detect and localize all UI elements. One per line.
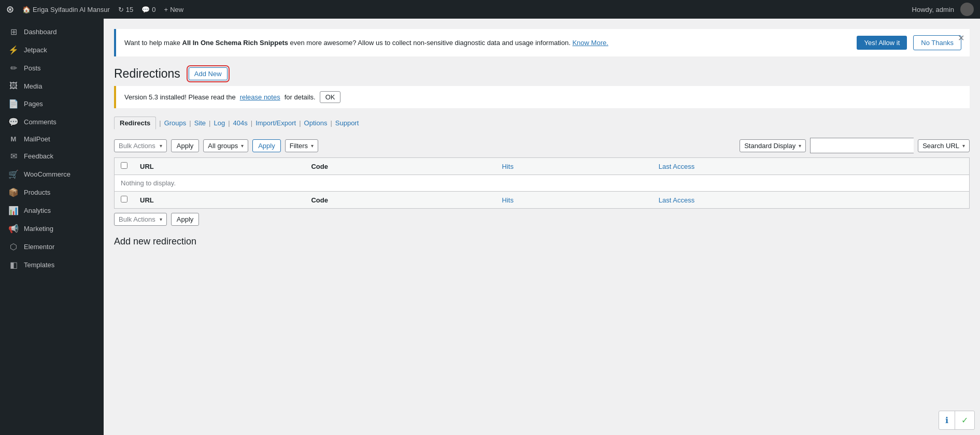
- bottom-right-icons: ℹ ✓: [939, 411, 975, 430]
- sidebar-item-elementor[interactable]: ⬡ Elementor: [0, 238, 104, 256]
- sidebar-label-marketing: Marketing: [24, 225, 53, 233]
- footer-last-access-header[interactable]: Last Access: [652, 192, 970, 209]
- allow-diagnostics-button[interactable]: Yes! Allow it: [857, 36, 907, 50]
- sidebar-item-dashboard[interactable]: ⊞ Dashboard: [0, 23, 104, 41]
- version-notice: Version 5.3 installed! Please read the r…: [114, 86, 970, 108]
- dashboard-icon: ⊞: [8, 27, 19, 37]
- standard-display-dropdown[interactable]: Standard Display ▾: [740, 139, 806, 152]
- notice-text: Want to help make All In One Schema Rich…: [124, 38, 850, 48]
- sidebar-label-jetpack: Jetpack: [24, 46, 47, 54]
- filters-chevron-icon: ▾: [311, 143, 314, 149]
- sidebar-item-feedback[interactable]: ✉ Feedback: [0, 147, 104, 165]
- standard-display-chevron-icon: ▾: [799, 143, 801, 149]
- release-notes-link[interactable]: release notes: [240, 93, 280, 101]
- notice-close-button[interactable]: ✕: [958, 33, 964, 43]
- bottom-bulk-actions-chevron-icon: ▾: [160, 216, 162, 222]
- sidebar-label-posts: Posts: [24, 64, 41, 72]
- tab-redirects[interactable]: Redirects: [114, 117, 156, 129]
- sidebar-item-mailpoet[interactable]: M MailPoet: [0, 131, 104, 147]
- footer-checkbox-cell[interactable]: [115, 192, 134, 209]
- tab-options[interactable]: Options: [304, 117, 328, 129]
- elementor-icon: ⬡: [8, 242, 19, 252]
- select-all-checkbox[interactable]: [121, 162, 127, 169]
- search-url-chevron-icon: ▾: [962, 143, 965, 149]
- mailpoet-icon: M: [8, 135, 19, 143]
- feedback-icon: ✉: [8, 151, 19, 161]
- sidebar-label-media: Media: [24, 82, 42, 90]
- updates-count[interactable]: ↻ 15: [118, 6, 133, 13]
- table-toolbar-top: Bulk Actions ▾ Apply All groups ▾ Apply …: [114, 138, 970, 153]
- sidebar-item-templates[interactable]: ◧ Templates: [0, 256, 104, 274]
- footer-url-header: URL: [134, 192, 305, 209]
- bottom-apply-button[interactable]: Apply: [171, 213, 200, 226]
- empty-message: Nothing to display.: [115, 175, 970, 192]
- version-ok-button[interactable]: OK: [320, 91, 341, 103]
- sidebar-item-pages[interactable]: 📄 Pages: [0, 95, 104, 113]
- footer-select-all-checkbox[interactable]: [121, 196, 127, 202]
- analytics-icon: 📊: [8, 206, 19, 215]
- admin-bar: ⊛ 🏠 Eriga Syifaudin Al Mansur ↻ 15 💬 0 +…: [0, 0, 980, 19]
- last-access-column-header[interactable]: Last Access: [652, 158, 970, 175]
- sidebar-item-analytics[interactable]: 📊 Analytics: [0, 201, 104, 220]
- sidebar-label-products: Products: [24, 189, 50, 196]
- footer-hits-header[interactable]: Hits: [496, 192, 652, 209]
- sidebar-label-mailpoet: MailPoet: [24, 135, 50, 143]
- sidebar-label-dashboard: Dashboard: [24, 28, 57, 36]
- search-url-input[interactable]: [810, 138, 914, 153]
- bulk-apply-button[interactable]: Apply: [171, 139, 200, 152]
- info-icon[interactable]: ℹ: [939, 411, 955, 429]
- sidebar-label-feedback: Feedback: [24, 152, 53, 160]
- jetpack-icon: ⚡: [8, 45, 19, 55]
- all-groups-chevron-icon: ▾: [241, 143, 244, 149]
- sidebar-label-comments: Comments: [24, 118, 56, 126]
- bottom-bulk-actions-dropdown[interactable]: Bulk Actions ▾: [114, 213, 167, 226]
- no-thanks-button[interactable]: No Thanks: [913, 35, 961, 50]
- user-avatar[interactable]: [960, 3, 974, 16]
- bulk-actions-chevron-icon: ▾: [160, 143, 162, 149]
- add-new-button[interactable]: Add New: [189, 67, 228, 80]
- site-name[interactable]: 🏠 Eriga Syifaudin Al Mansur: [22, 6, 110, 13]
- pages-icon: 📄: [8, 99, 19, 109]
- sidebar: ⊞ Dashboard ⚡ Jetpack ✏ Posts 🖼 Media 📄 …: [0, 19, 104, 435]
- groups-apply-button[interactable]: Apply: [252, 139, 281, 152]
- sidebar-item-marketing[interactable]: 📢 Marketing: [0, 220, 104, 238]
- sidebar-item-comments[interactable]: 💬 Comments: [0, 113, 104, 131]
- tab-support[interactable]: Support: [335, 117, 359, 129]
- comments-icon: 💬: [8, 117, 19, 127]
- new-content[interactable]: + New: [164, 6, 184, 13]
- select-all-checkbox-header[interactable]: [115, 158, 134, 175]
- add-new-section-title: Add new redirection: [114, 236, 970, 247]
- know-more-link[interactable]: Know More.: [572, 39, 608, 47]
- hits-column-header[interactable]: Hits: [496, 158, 652, 175]
- filters-dropdown[interactable]: Filters ▾: [285, 139, 318, 152]
- empty-table-row: Nothing to display.: [115, 175, 970, 192]
- sidebar-item-woocommerce[interactable]: 🛒 WooCommerce: [0, 165, 104, 183]
- toolbar-left: Bulk Actions ▾ Apply All groups ▾ Apply …: [114, 139, 318, 152]
- media-icon: 🖼: [8, 81, 19, 91]
- howdy-text: Howdy, admin: [912, 6, 954, 13]
- tab-import-export[interactable]: Import/Export: [255, 117, 296, 129]
- woocommerce-icon: 🛒: [8, 169, 19, 179]
- main-content: Want to help make All In One Schema Rich…: [104, 19, 980, 435]
- sidebar-label-pages: Pages: [24, 100, 43, 108]
- sidebar-item-posts[interactable]: ✏ Posts: [0, 59, 104, 77]
- tab-log[interactable]: Log: [214, 117, 225, 129]
- table-footer-row: URL Code Hits Last Access: [115, 192, 970, 209]
- comments-count[interactable]: 💬 0: [141, 6, 155, 13]
- checkmark-icon[interactable]: ✓: [955, 411, 974, 429]
- sidebar-label-analytics: Analytics: [24, 207, 51, 214]
- content-area: Redirects | Groups | Site | Log | 404s |…: [114, 117, 970, 247]
- tab-404s[interactable]: 404s: [233, 117, 248, 129]
- search-url-dropdown[interactable]: Search URL ▾: [918, 139, 970, 152]
- sidebar-item-jetpack[interactable]: ⚡ Jetpack: [0, 41, 104, 59]
- tab-groups[interactable]: Groups: [164, 117, 187, 129]
- products-icon: 📦: [8, 187, 19, 197]
- marketing-icon: 📢: [8, 224, 19, 234]
- tabs-row: Redirects | Groups | Site | Log | 404s |…: [114, 117, 970, 129]
- tab-site[interactable]: Site: [194, 117, 206, 129]
- sidebar-item-products[interactable]: 📦 Products: [0, 183, 104, 201]
- all-groups-dropdown[interactable]: All groups ▾: [203, 139, 248, 152]
- wp-logo[interactable]: ⊛: [6, 4, 14, 15]
- sidebar-item-media[interactable]: 🖼 Media: [0, 77, 104, 95]
- bulk-actions-dropdown[interactable]: Bulk Actions ▾: [114, 139, 167, 152]
